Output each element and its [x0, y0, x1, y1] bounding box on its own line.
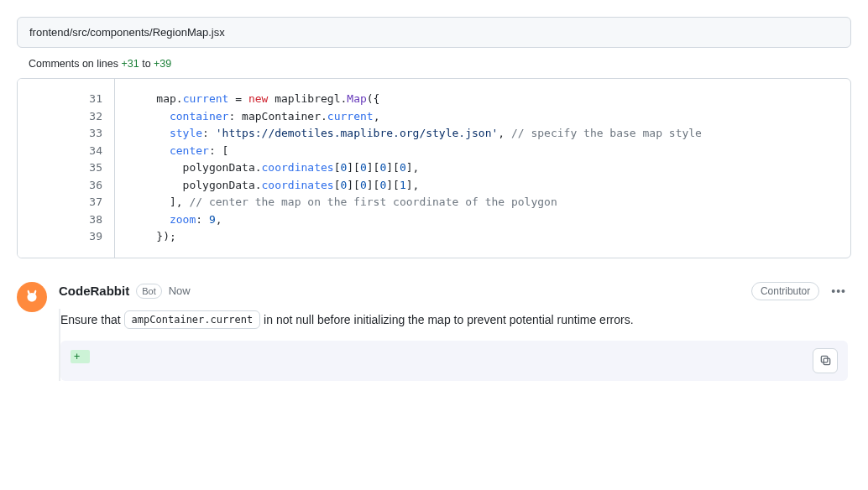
line-number: 35 [29, 159, 102, 177]
rabbit-icon [23, 288, 41, 306]
line-number: 31 [29, 91, 102, 108]
svg-rect-1 [821, 356, 828, 362]
svg-rect-0 [824, 358, 830, 365]
line-number: 38 [29, 211, 102, 229]
more-actions-button[interactable]: ••• [826, 282, 851, 300]
comment-author[interactable]: CodeRabbit [59, 284, 129, 298]
file-path: frontend/src/components/RegionMap.jsx [29, 26, 225, 39]
code-snippet: 313233343536373839 map.current = new map… [17, 78, 851, 258]
line-number: 34 [29, 143, 102, 160]
comment-line-range: Comments on lines +31 to +39 [17, 55, 851, 78]
comment-timestamp: Now [169, 284, 191, 297]
comment-header: CodeRabbit Bot Now Contributor ••• [59, 282, 851, 300]
bot-badge: Bot [136, 284, 162, 299]
line-number: 32 [29, 108, 102, 126]
inline-code-chip: ampContainer.current [124, 310, 261, 329]
copy-button[interactable] [813, 348, 838, 373]
contributor-badge: Contributor [751, 282, 819, 300]
line-number: 39 [29, 228, 102, 246]
suggestion-block: + [60, 341, 848, 381]
line-number: 33 [29, 125, 102, 143]
avatar [17, 282, 47, 312]
code-content: map.current = new maplibregl.Map({ conta… [115, 79, 850, 258]
line-number-gutter: 313233343536373839 [18, 79, 115, 258]
comment-text: Ensure that ampContainer.current in not … [60, 309, 851, 341]
copy-icon [819, 354, 832, 367]
line-number: 36 [29, 177, 102, 195]
line-number: 37 [29, 194, 102, 211]
file-path-header: frontend/src/components/RegionMap.jsx [17, 17, 851, 48]
diff-add-marker: + [71, 350, 90, 363]
